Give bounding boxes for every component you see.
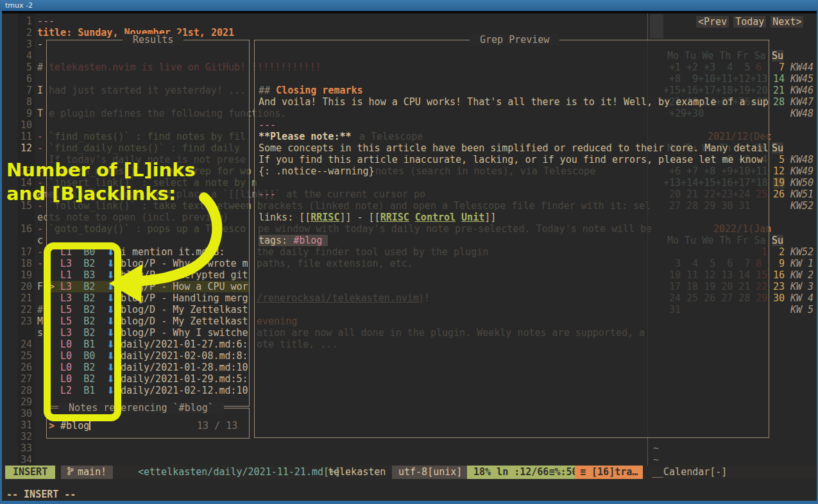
preview-text-segment: Control <box>415 212 456 223</box>
buffer-text-fragment: ~ <box>653 454 659 466</box>
line-number: 33 <box>4 442 32 454</box>
line-number: 1 <box>4 15 32 27</box>
line-number: 3 <box>4 38 32 50</box>
calendar-nav-prev[interactable]: <Prev <box>696 16 729 28</box>
buffer-text-fragment: - <box>37 131 43 142</box>
preview-text-segment: RRISC <box>380 212 409 223</box>
preview-text-segment: --- <box>259 189 276 200</box>
tmux-titlebar: tmux -2 <box>0 0 818 11</box>
calendar-day[interactable]: 9 <box>773 258 785 269</box>
preview-line: ## Closing remarks <box>259 85 363 96</box>
result-title: daily/2021-02-08.md:8: <box>121 350 248 362</box>
preview-line: If you find this article inaccurate, lac… <box>259 154 763 165</box>
line-number: 30 <box>4 408 32 419</box>
calendar-day[interactable]: 19 <box>773 177 785 189</box>
line-number: 5 <box>4 62 32 73</box>
buffer-text-fragment: M <box>37 315 43 327</box>
calendar-kw-label: KW 3 <box>790 281 814 292</box>
calendar-day[interactable]: 16 <box>773 269 785 281</box>
calendar-day[interactable]: 28 <box>773 96 785 108</box>
result-title: daily/2021-01-28.md:10 <box>121 362 248 373</box>
buffer-text-fragment: - <box>37 38 43 50</box>
calendar-weekday-header: Su <box>772 142 783 154</box>
calendar-kw-label: KW 1 <box>790 258 814 269</box>
calendar-day[interactable]: 23 <box>773 281 785 292</box>
preview-line: --- <box>259 189 276 200</box>
annotation-line1: Number of [L]inks <box>6 158 196 182</box>
calendar-day[interactable]: 12 <box>773 165 785 177</box>
calendar-kw-label: KW46 <box>790 85 814 96</box>
buffer-text-fragment: # <box>37 304 43 315</box>
calendar-day[interactable]: 2 <box>773 246 785 258</box>
preview-text-segment: #blog <box>293 235 328 246</box>
line-number: 4 <box>4 50 32 62</box>
line-number: 18 <box>4 258 32 269</box>
calendar-kw-label: KW 4 <box>790 292 814 304</box>
buffer-info-segment: ≡ [16]tra… <box>575 466 643 479</box>
line-number: 23 <box>4 315 32 327</box>
calendar-day[interactable]: 7 <box>773 62 785 73</box>
preview-text-segment: --- <box>259 119 276 131</box>
line-number: 20 <box>4 281 32 292</box>
calendar-day[interactable]: 14 <box>773 73 785 85</box>
window-inner-border <box>0 11 818 13</box>
preview-line: And voila! This is how a CPU works! That… <box>259 96 769 108</box>
line-number: 7 <box>4 85 32 96</box>
line-number: 12 <box>4 142 32 154</box>
annotation-arrow <box>90 180 237 314</box>
line-number: 11 <box>4 131 32 142</box>
result-title: daily/2021-01-27.md:6: <box>121 339 248 350</box>
calendar-nav-today[interactable]: Today <box>733 16 766 28</box>
prompt-input[interactable]: > #blog <box>49 420 90 432</box>
calendar-kw-label: KW48 <box>790 154 814 165</box>
preview-text-segment: And voila! This is how a CPU works! That… <box>259 96 769 108</box>
line-number: 9 <box>4 108 32 119</box>
calendar-nav: <Prev Today Next> <box>696 16 803 28</box>
buffer-text-fragment: F <box>37 281 43 292</box>
line-number: 24 <box>4 339 32 350</box>
line-number: 19 <box>4 269 32 281</box>
line-number: 25 <box>4 350 32 362</box>
results-panel-title: Results <box>123 34 183 46</box>
encoding-segment: utf-8[unix] <box>392 466 468 479</box>
calendar-kw-label: KW49 <box>790 165 814 177</box>
preview-text-segment: **Please note:** <box>259 131 352 142</box>
calendar-day[interactable]: 30 <box>773 292 785 304</box>
preview-text-segment: Closing remarks <box>276 85 362 96</box>
line-number: 2 <box>4 27 32 38</box>
calendar-kw-label: KW 5 <box>790 304 814 315</box>
preview-text-segment: Unit <box>461 212 484 223</box>
scrollbar-thumb[interactable] <box>650 14 663 38</box>
preview-text-segment: ]] <box>484 212 496 223</box>
buffer-text-fragment: - <box>37 258 43 269</box>
calendar-kw-label: KW48 <box>790 108 814 119</box>
preview-line: tags: #blog <box>259 235 328 246</box>
calendar-day[interactable]: 21 <box>773 85 785 96</box>
calendar-kw-label: KW50 <box>790 177 814 189</box>
preview-line: **Please note:** <box>259 131 352 142</box>
line-number: 6 <box>4 73 32 85</box>
line-number: 29 <box>4 396 32 408</box>
calendar-nav-next[interactable]: Next> <box>771 16 803 28</box>
preview-text-segment: tags: <box>259 235 293 246</box>
calendar-kw-label: KW52 <box>790 200 814 212</box>
calendar-day[interactable]: 5 <box>773 154 785 165</box>
preview-line: --- <box>259 119 276 131</box>
result-title: blog/D - My Zettelkast <box>121 315 248 327</box>
calendar-window-label: __Calendar[-] <box>652 466 727 479</box>
preview-text-segment: ## <box>259 85 276 96</box>
buffer-text-fragment: I <box>37 85 43 96</box>
preview-text-segment: links: [[ <box>259 212 311 223</box>
tmux-title: tmux -2 <box>5 1 33 10</box>
terminal-window: tmux -2 1---2title: Sunday, November 21s… <box>0 0 818 504</box>
preview-text-segment: Some concepts in this article have been … <box>259 142 769 154</box>
buffer-text-fragment: --- <box>37 15 55 27</box>
calendar-kw-label: KW52 <box>790 246 814 258</box>
line-number: 34 <box>4 454 32 466</box>
match-counter: 13 / 13 <box>197 420 237 432</box>
calendar-day[interactable]: 26 <box>773 189 785 200</box>
preview-text-segment: ]] - [[ <box>339 212 380 223</box>
calendar-kw-label: KW45 <box>790 73 814 85</box>
line-number: 10 <box>4 119 32 131</box>
result-title: blog/P - Why I switche <box>121 327 248 339</box>
